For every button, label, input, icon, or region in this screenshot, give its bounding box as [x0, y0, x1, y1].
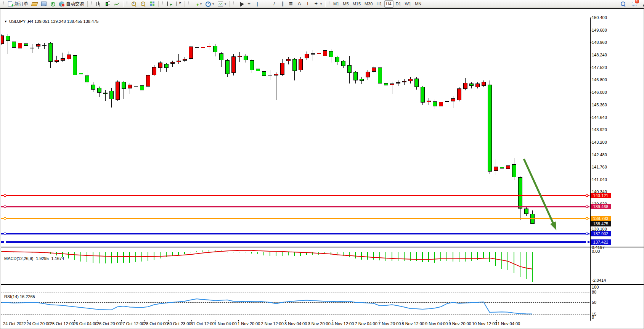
- candle-up: [408, 79, 413, 81]
- rsi-axis-label: 100: [592, 285, 599, 289]
- toolbar-grip[interactable]: [3, 1, 4, 6]
- price-axis-label: 142.480: [592, 152, 607, 157]
- timeframe-d1-button[interactable]: D1: [394, 0, 403, 8]
- market-watch-button[interactable]: [30, 0, 39, 8]
- candle-up: [134, 86, 138, 87]
- cursor-tool-icon: [237, 1, 243, 7]
- autotrading-button[interactable]: 自动交易: [58, 0, 85, 8]
- chevron-down-icon[interactable]: ▾: [212, 2, 214, 6]
- line-drag-handle[interactable]: [4, 241, 6, 243]
- signals-button[interactable]: [48, 0, 57, 8]
- timeframe-mn-button[interactable]: MN: [413, 0, 423, 8]
- horizontal-line-tool-button[interactable]: —: [262, 0, 270, 8]
- vertical-line-tool-button[interactable]: |: [254, 0, 261, 8]
- time-axis-label: 30 Oct 23:00: [167, 321, 191, 326]
- trendline-tool-button[interactable]: /: [270, 0, 278, 8]
- fibonacci-tool-button[interactable]: ≣F: [287, 0, 295, 8]
- horizontal-price-line[interactable]: [1, 206, 589, 207]
- chevron-down-icon[interactable]: ▾: [320, 2, 322, 6]
- chart-window[interactable]: ▼ USDJPY-,H4 139.051 139.248 138.455 138…: [0, 8, 644, 329]
- price-line-chip: 138.783: [591, 216, 611, 221]
- candle-up: [299, 59, 303, 70]
- horizontal-price-line[interactable]: [1, 195, 589, 196]
- line-drag-handle[interactable]: [586, 233, 588, 235]
- candle-down: [24, 43, 28, 46]
- candle-down: [353, 72, 358, 80]
- timeframe-m15-button[interactable]: M15: [351, 0, 362, 8]
- zoom-out-button[interactable]: −: [139, 0, 147, 8]
- crosshair-tool-button[interactable]: +: [245, 0, 253, 8]
- timeframe-h4-button[interactable]: H4: [384, 0, 393, 8]
- price-axis-tick: [590, 142, 591, 143]
- search-button[interactable]: [619, 0, 627, 8]
- horizontal-price-line[interactable]: [1, 233, 589, 234]
- horizontal-price-line[interactable]: [1, 218, 589, 219]
- line-drag-handle[interactable]: [4, 233, 6, 235]
- candle-down: [512, 164, 516, 178]
- indicators-button[interactable]: ▾: [191, 0, 203, 8]
- candle-down: [524, 209, 528, 214]
- line-drag-handle[interactable]: [586, 205, 588, 208]
- time-axis-label: 9 Nov 04:00: [425, 321, 448, 326]
- new-order-button-label: 新订单: [14, 1, 28, 7]
- bar-chart-icon: [95, 1, 101, 7]
- chat-button[interactable]: 1: [630, 0, 639, 8]
- zoom-in-button[interactable]: +: [130, 0, 138, 8]
- candle-up: [152, 67, 156, 75]
- candle-down: [140, 85, 144, 90]
- time-axis-label: 10 Nov 12:00: [472, 321, 497, 326]
- templates-button[interactable]: ▾: [216, 0, 227, 8]
- toolbar-grip[interactable]: [162, 1, 163, 6]
- line-drag-handle[interactable]: [4, 194, 6, 197]
- timeframe-m5-button[interactable]: M5: [341, 0, 350, 8]
- line-drag-handle[interactable]: [586, 241, 588, 243]
- time-axis-label: 26 Oct 04:00: [74, 321, 98, 326]
- cursor-tool-button[interactable]: [236, 0, 244, 8]
- macd-pane-separator[interactable]: [1, 247, 644, 247]
- line-drag-handle[interactable]: [4, 217, 6, 220]
- tile-windows-button[interactable]: [148, 0, 156, 8]
- timeframe-m30-button[interactable]: M30: [363, 0, 374, 8]
- candle-up: [238, 56, 242, 58]
- data-window-button[interactable]: [39, 0, 48, 8]
- toolbar-grip[interactable]: [91, 1, 92, 6]
- horizontal-price-line[interactable]: [1, 241, 589, 243]
- toolbar-grip[interactable]: [126, 1, 128, 6]
- candle-up: [286, 59, 291, 61]
- line-drag-handle[interactable]: [4, 205, 6, 208]
- price-axis-tick: [590, 180, 591, 180]
- text-tool-button[interactable]: A: [296, 0, 303, 8]
- line-drag-handle[interactable]: [586, 194, 588, 197]
- candle-up: [116, 82, 120, 100]
- macd-histogram-bar: [349, 252, 350, 258]
- toolbar-grip[interactable]: [328, 1, 330, 6]
- channel-tool-button[interactable]: ∥E: [279, 0, 286, 8]
- rsi-axis-label: 80: [592, 290, 596, 294]
- candlestick-chart-button[interactable]: [103, 0, 112, 8]
- text-label-tool-button[interactable]: T: [304, 0, 312, 8]
- line-drag-handle[interactable]: [586, 217, 588, 220]
- collapse-triangle-icon[interactable]: ▼: [4, 20, 7, 23]
- new-order-button[interactable]: 新订单: [6, 0, 29, 8]
- macd-histogram-bar: [215, 250, 215, 252]
- chevron-down-icon[interactable]: ▾: [225, 2, 226, 6]
- periods-button[interactable]: ▾: [204, 0, 215, 8]
- timeframe-w1-button[interactable]: W1: [403, 0, 413, 8]
- macd-histogram-bar: [306, 252, 307, 255]
- auto-scroll-button[interactable]: [165, 0, 173, 8]
- arrows-tool-button[interactable]: ✦▾: [312, 0, 323, 8]
- toolbar-grip[interactable]: [188, 1, 190, 6]
- line-chart-button[interactable]: [112, 0, 121, 8]
- macd-histogram-bar: [80, 252, 81, 262]
- candle-wick: [32, 44, 32, 53]
- chart-shift-button[interactable]: [174, 0, 183, 8]
- chevron-down-icon[interactable]: ▾: [200, 2, 202, 6]
- macd-histogram-bar: [507, 252, 508, 271]
- timeframe-m1-button[interactable]: M1: [332, 0, 340, 8]
- autotrading-icon: [59, 1, 65, 7]
- timeframe-h1-button[interactable]: H1: [375, 0, 383, 8]
- bar-chart-button[interactable]: [94, 0, 103, 8]
- time-axis-label: 1 Nov 04:00: [214, 321, 237, 326]
- toolbar-grip[interactable]: [233, 1, 234, 6]
- rsi-pane-separator[interactable]: [1, 284, 644, 285]
